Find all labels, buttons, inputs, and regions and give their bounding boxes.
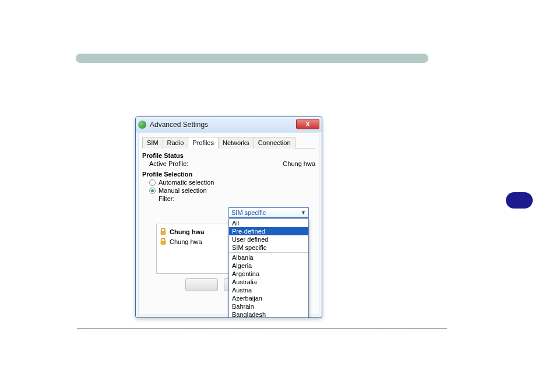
tab-sim[interactable]: SIM [142, 137, 163, 149]
profile-status-group: Profile Status Active Profile: Chung hwa [142, 152, 315, 167]
profile-item-label: Chung hwa [170, 238, 202, 245]
dropdown-option[interactable]: Argentina [229, 270, 308, 278]
dialog-button-1[interactable] [185, 278, 218, 291]
profile-item-label: Chung hwa [170, 228, 204, 235]
radio-automatic[interactable] [149, 179, 156, 186]
svg-rect-0 [161, 231, 166, 235]
dropdown-option[interactable]: Bangladesh [229, 310, 308, 318]
filter-combobox[interactable]: SIM specific ▼ [228, 207, 309, 218]
manual-selection-row[interactable]: Manual selection [142, 187, 315, 194]
dropdown-option[interactable]: Pre-defined [229, 227, 308, 235]
dropdown-option[interactable]: Bahrain [229, 302, 308, 310]
tab-radio[interactable]: Radio [163, 137, 189, 149]
dropdown-option[interactable]: User defined [229, 235, 308, 243]
profile-status-heading: Profile Status [142, 152, 315, 159]
close-icon: X [305, 121, 309, 128]
radio-dot-icon [151, 189, 154, 192]
filter-selected-value: SIM specific [231, 209, 266, 216]
dropdown-option[interactable]: All [229, 219, 308, 227]
tab-connection[interactable]: Connection [254, 137, 295, 149]
dropdown-option[interactable]: Albania [229, 253, 308, 262]
tab-strip: SIM Radio Profiles Networks Connection [142, 136, 315, 149]
page-accent-bar [76, 54, 428, 63]
dropdown-option[interactable]: Austria [229, 286, 308, 294]
lock-icon [160, 228, 166, 235]
side-page-badge [506, 192, 533, 209]
filter-label: Filter: [159, 195, 175, 202]
automatic-selection-label: Automatic selection [159, 179, 214, 186]
window-client-area: SIM Radio Profiles Networks Connection P… [138, 132, 319, 315]
dropdown-divider [229, 252, 308, 253]
automatic-selection-row[interactable]: Automatic selection [142, 179, 315, 186]
lock-icon [160, 238, 166, 245]
tab-profiles[interactable]: Profiles [188, 137, 219, 149]
manual-selection-label: Manual selection [159, 187, 207, 194]
app-icon [138, 121, 146, 129]
chevron-down-icon: ▼ [301, 210, 306, 216]
close-button[interactable]: X [296, 119, 319, 129]
window-titlebar: Advanced Settings X [136, 117, 322, 132]
window-title: Advanced Settings [150, 121, 208, 129]
active-profile-label: Active Profile: [149, 160, 188, 167]
filter-dropdown-list[interactable]: All Pre-defined User defined SIM specifi… [228, 218, 309, 318]
advanced-settings-window: Advanced Settings X SIM Radio Profiles N… [135, 116, 322, 318]
profile-selection-group: Profile Selection Automatic selection Ma… [142, 171, 315, 202]
page-divider [77, 328, 447, 329]
svg-rect-1 [161, 241, 166, 245]
profile-selection-heading: Profile Selection [142, 171, 315, 178]
dropdown-option[interactable]: Australia [229, 278, 308, 286]
filter-row: Filter: [142, 195, 315, 202]
active-profile-value: Chung hwa [283, 160, 315, 167]
dropdown-option[interactable]: SIM specific [229, 243, 308, 252]
radio-manual[interactable] [149, 188, 156, 194]
active-profile-row: Active Profile: Chung hwa [142, 160, 315, 167]
tab-networks[interactable]: Networks [218, 137, 254, 149]
dropdown-option[interactable]: Azerbaijan [229, 294, 308, 302]
dropdown-option[interactable]: Algeria [229, 262, 308, 270]
